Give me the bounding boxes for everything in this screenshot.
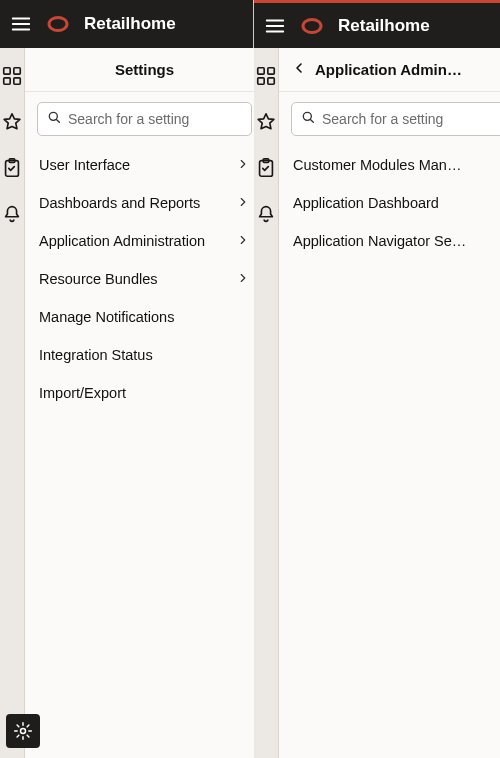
hamburger-icon[interactable] — [264, 15, 286, 37]
menu-item-label: Application Navigator Se… — [293, 233, 500, 249]
menu-item-label: Dashboards and Reports — [39, 195, 230, 211]
hamburger-icon[interactable] — [10, 13, 32, 35]
clipboard-icon[interactable] — [0, 156, 24, 180]
chevron-right-icon — [236, 233, 250, 250]
app-title: Retailhome — [84, 14, 176, 34]
settings-menu: User InterfaceDashboards and ReportsAppl… — [25, 146, 264, 412]
chevron-right-icon — [236, 271, 250, 288]
nav-rail — [254, 48, 279, 758]
panel-title: Application Administra… — [315, 61, 465, 78]
search-input[interactable] — [68, 111, 243, 127]
menu-item[interactable]: Integration Status — [25, 336, 264, 374]
chevron-right-icon — [236, 157, 250, 174]
oracle-logo-icon — [46, 12, 70, 36]
menu-item-label: Customer Modules Man… — [293, 157, 500, 173]
menu-item-label: User Interface — [39, 157, 230, 173]
menu-item-label: Application Administration — [39, 233, 230, 249]
back-icon[interactable] — [291, 60, 307, 79]
star-icon[interactable] — [0, 110, 24, 134]
grid-icon[interactable] — [0, 64, 24, 88]
topbar: Retailhome — [0, 0, 253, 48]
search-input[interactable] — [322, 111, 497, 127]
menu-item-label: Integration Status — [39, 347, 250, 363]
menu-item[interactable]: Application Dashboard — [279, 184, 500, 222]
bell-icon[interactable] — [254, 202, 278, 226]
menu-item[interactable]: Dashboards and Reports — [25, 184, 264, 222]
oracle-logo-icon — [300, 14, 324, 38]
menu-item[interactable]: Application Navigator Se… — [279, 222, 500, 260]
menu-item[interactable]: Customer Modules Man… — [279, 146, 500, 184]
app-title: Retailhome — [338, 16, 430, 36]
search-box[interactable] — [37, 102, 252, 136]
nav-rail — [0, 48, 25, 758]
chevron-right-icon — [236, 195, 250, 212]
menu-item-label: Manage Notifications — [39, 309, 250, 325]
app-admin-menu: Customer Modules Man…Application Dashboa… — [279, 146, 500, 260]
menu-item[interactable]: Import/Export — [25, 374, 264, 412]
panel-header-settings: Settings — [25, 48, 264, 92]
bell-icon[interactable] — [0, 202, 24, 226]
menu-item[interactable]: Manage Notifications — [25, 298, 264, 336]
menu-item[interactable]: Application Administration — [25, 222, 264, 260]
topbar: Retailhome — [254, 0, 500, 48]
panel-title: Settings — [115, 61, 174, 78]
grid-icon[interactable] — [254, 64, 278, 88]
star-icon[interactable] — [254, 110, 278, 134]
menu-item[interactable]: User Interface — [25, 146, 264, 184]
search-box[interactable] — [291, 102, 500, 136]
clipboard-icon[interactable] — [254, 156, 278, 180]
menu-item-label: Resource Bundles — [39, 271, 230, 287]
search-icon — [46, 109, 62, 129]
search-icon — [300, 109, 316, 129]
menu-item-label: Import/Export — [39, 385, 250, 401]
menu-item[interactable]: Resource Bundles — [25, 260, 264, 298]
menu-item-label: Application Dashboard — [293, 195, 500, 211]
settings-gear-button[interactable] — [6, 714, 40, 748]
panel-header-app-admin: Application Administra… — [279, 48, 500, 92]
